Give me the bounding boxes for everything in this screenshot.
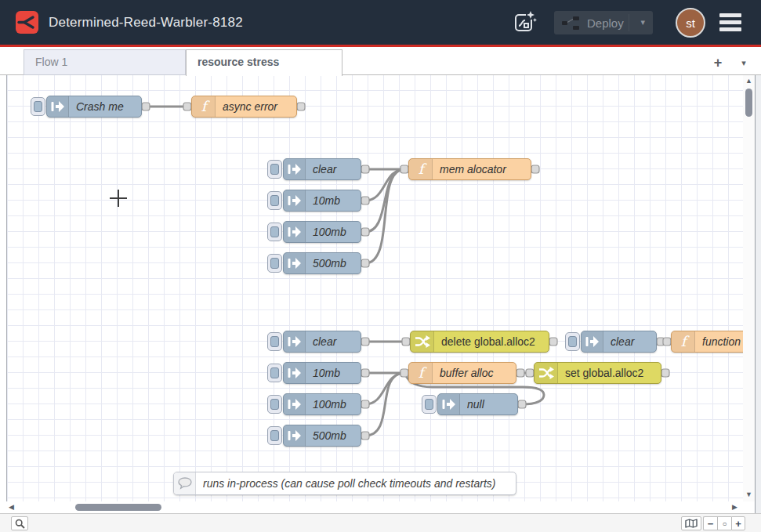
port-out-crash-me[interactable] [142,103,150,110]
inject-button-500mb-2[interactable] [267,426,282,445]
node-comment[interactable]: runs in-process (can cause poll check ti… [173,472,516,495]
port-in-mem-alocator[interactable] [400,165,408,173]
inject-arrow-icon [284,425,306,446]
node-100mb-2[interactable]: 100mb [283,393,361,415]
avatar-initials: st [686,16,695,30]
vertical-scrollbar[interactable]: ▲ ▼ [743,74,755,501]
inject-arrow-icon [582,331,603,352]
inject-button-null[interactable] [422,395,437,414]
port-out-async-error[interactable] [297,103,305,110]
port-out-500mb-2[interactable] [361,432,369,440]
node-10mb-2[interactable]: 10mb [283,362,361,384]
flow-list-chevron-icon[interactable]: ▾ [735,53,752,72]
zoom-in-button[interactable]: + [731,516,745,530]
node-500mb-2[interactable]: 500mb [283,425,361,447]
inject-button-100mb-2[interactable] [267,395,282,414]
horizontal-scrollbar[interactable]: ◀ ▶ [6,501,743,513]
node-async-error[interactable]: fasync error [191,96,297,118]
port-in-async-error[interactable] [183,103,191,110]
inject-button-clear-2[interactable] [267,332,282,351]
inject-button-clear-3[interactable] [565,332,580,351]
inject-arrow-icon [284,190,306,211]
inject-button-100mb-1[interactable] [267,223,282,241]
instance-title: Determined-Reed-Warbler-8182 [49,0,243,45]
port-out-10mb-2[interactable] [361,369,369,377]
node-label: 500mb [313,425,357,446]
node-buffer-alloc[interactable]: fbuffer alloc [408,362,516,384]
port-in-delete-global-alloc2[interactable] [402,338,410,346]
function-f-icon: f [409,159,433,179]
hamburger-menu-icon[interactable] [719,13,741,32]
add-flow-button[interactable]: + [708,53,728,72]
search-icon [15,519,25,529]
port-in-function[interactable] [663,338,671,346]
scroll-left-icon[interactable]: ◀ [9,502,14,512]
vertical-scroll-thumb[interactable] [745,89,752,117]
inject-button-10mb-1[interactable] [267,191,282,210]
port-out-500mb-1[interactable] [361,259,369,267]
node-label: 100mb [313,222,357,242]
node-10mb-1[interactable]: 10mb [283,190,361,212]
port-out-100mb-2[interactable] [361,400,369,408]
node-null[interactable]: null [437,393,518,415]
node-crash-me[interactable]: Crash me [46,96,142,118]
node-label: set global.alloc2 [565,363,658,383]
assistant-sparkle-icon[interactable] [510,9,538,37]
node-function[interactable]: ffunction [671,331,743,353]
zoom-reset-button[interactable]: ○ [717,516,731,530]
node-mem-alocator[interactable]: fmem alocator [408,158,531,180]
search-button[interactable] [11,516,28,530]
node-label: buffer alloc [440,363,513,383]
navigator-button[interactable] [681,516,701,530]
flowfuse-logo-icon[interactable] [16,11,38,34]
scroll-right-icon[interactable]: ▶ [732,502,737,512]
node-100mb-1[interactable]: 100mb [283,221,361,243]
inject-button-crash-me[interactable] [31,97,45,116]
node-delete-global-alloc2[interactable]: delete global.alloc2 [410,331,549,353]
port-in-set-global-alloc2[interactable] [526,369,534,377]
node-label: 10mb [313,190,357,211]
inject-arrow-icon [284,222,306,242]
deploy-nodes-icon [562,16,579,30]
scroll-down-icon[interactable]: ▼ [743,490,755,498]
node-500mb-1[interactable]: 500mb [283,252,361,274]
flow-canvas[interactable]: Crash mefasync errorclear10mb100mb500mbf… [6,74,743,501]
port-out-clear-1[interactable] [361,165,369,173]
inject-button-10mb-2[interactable] [267,364,282,382]
tab-flow-1[interactable]: Flow 1 [24,49,186,75]
inject-button-500mb-1[interactable] [267,254,282,273]
port-out-delete-global-alloc2[interactable] [549,338,557,346]
scroll-up-icon[interactable]: ▲ [743,77,755,85]
svg-text:f: f [201,98,210,114]
user-avatar[interactable]: st [676,8,705,38]
port-out-mem-alocator[interactable] [531,165,539,173]
node-label: mem alocator [440,159,527,179]
port-in-buffer-alloc[interactable] [400,369,408,377]
port-out-set-global-alloc2[interactable] [661,369,669,377]
port-out-10mb-1[interactable] [361,197,369,204]
node-clear-1[interactable]: clear [283,158,361,180]
svg-text:f: f [418,161,427,177]
node-label: Crash me [76,96,138,117]
port-out-100mb-1[interactable] [361,228,369,236]
port-out-buffer-alloc[interactable] [516,369,524,377]
crosshair-cursor [110,197,127,199]
inject-button-clear-1[interactable] [267,160,282,179]
node-set-global-alloc2[interactable]: set global.alloc2 [534,362,661,384]
horizontal-scroll-thumb[interactable] [75,504,161,511]
deploy-caret-icon[interactable]: ▾ [640,17,645,27]
node-clear-3[interactable]: clear [581,331,657,353]
port-out-null[interactable] [518,400,526,408]
node-label: 10mb [313,363,357,383]
node-clear-2[interactable]: clear [283,331,361,353]
deploy-button[interactable]: Deploy ▾ [554,11,653,34]
zoom-controls: − ○ + [703,516,745,530]
node-label: function [702,331,743,352]
tab-resource-stress[interactable]: resource stress [186,49,342,76]
zoom-out-button[interactable]: − [703,516,717,530]
svg-text:f: f [418,364,427,381]
deploy-label: Deploy [587,16,624,30]
wires-layer [7,74,743,501]
port-out-clear-2[interactable] [361,338,369,346]
svg-text:f: f [680,333,690,349]
